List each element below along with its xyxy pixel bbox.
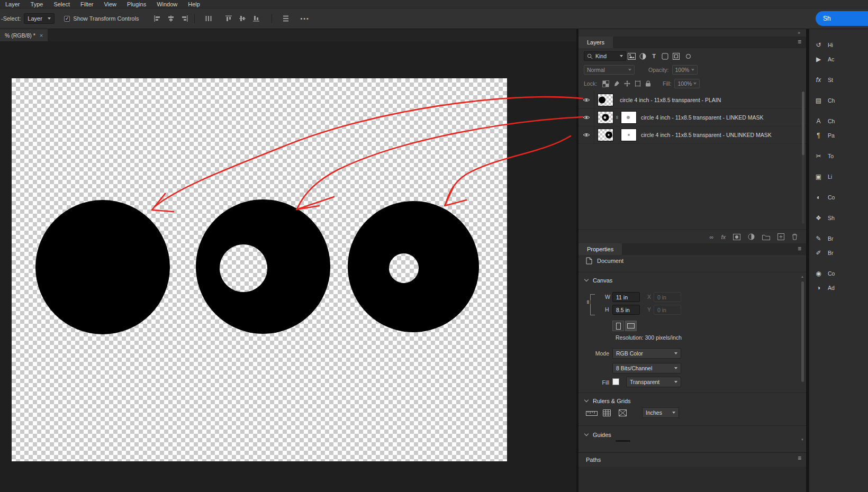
layer-row-plain[interactable]: circle 4 inch - 11x8.5 transparent - PLA… <box>578 92 806 109</box>
guides-section-header[interactable]: Guides <box>585 432 611 438</box>
align-left-icon[interactable] <box>152 14 162 23</box>
show-transform-checkbox[interactable]: ✓ <box>64 16 70 22</box>
menu-window[interactable]: Window <box>151 1 183 7</box>
layer-thumbnail[interactable] <box>598 111 613 124</box>
new-layer-icon[interactable] <box>777 233 784 240</box>
rail-adjustments[interactable]: ◑Ad <box>809 280 868 295</box>
menu-type[interactable]: Type <box>25 1 49 7</box>
pixel-grid-toggle-icon[interactable] <box>619 409 627 416</box>
fill-color-swatch[interactable] <box>612 378 619 385</box>
height-field[interactable]: 8.5 in <box>612 305 640 315</box>
auto-select-dropdown[interactable]: Layer <box>24 13 55 24</box>
scroll-down-icon[interactable]: ▼ <box>801 438 804 441</box>
rail-actions[interactable]: ▶Ac <box>809 52 868 66</box>
fill-dropdown[interactable]: 100% <box>674 79 700 88</box>
y-field[interactable]: 0 in <box>654 305 681 315</box>
align-middle-vertical-icon[interactable] <box>238 14 247 23</box>
orientation-portrait-button[interactable] <box>612 321 624 331</box>
layers-scrollbar-thumb[interactable] <box>802 92 804 155</box>
new-adjustment-layer-icon[interactable] <box>748 233 755 240</box>
wh-link-chain-icon[interactable]: ∞ <box>585 300 591 304</box>
rail-libraries[interactable]: ▣Li <box>809 169 868 184</box>
tab-layers[interactable]: Layers <box>578 37 613 48</box>
distribute-horizontal-icon[interactable] <box>204 14 213 23</box>
filter-shape-layers-icon[interactable] <box>659 51 671 61</box>
rail-character[interactable]: ACh <box>809 114 868 128</box>
close-icon[interactable]: × <box>40 32 43 39</box>
layer-name[interactable]: circle 4 inch - 11x8.5 transparent - LIN… <box>641 114 763 121</box>
rail-shapes[interactable]: ❖Sh <box>809 211 868 225</box>
properties-scrollbar-thumb[interactable] <box>801 281 804 382</box>
align-right-icon[interactable] <box>180 14 189 23</box>
layer-mask-thumbnail[interactable] <box>621 111 637 124</box>
rail-color[interactable]: ◐Co <box>809 190 868 204</box>
rulers-toggle-icon[interactable] <box>586 409 598 416</box>
lock-pixels-icon[interactable] <box>613 80 620 87</box>
paths-panel-header[interactable]: Paths ≡ <box>578 453 806 467</box>
rail-brush-settings[interactable]: ✐Br <box>809 245 868 260</box>
rail-brushes[interactable]: ✎Br <box>809 231 868 245</box>
rail-tool-presets[interactable]: ✂To <box>809 149 868 163</box>
visibility-toggle[interactable] <box>578 126 594 144</box>
new-group-folder-icon[interactable] <box>762 234 770 240</box>
scroll-up-icon[interactable]: ▲ <box>801 275 804 278</box>
lock-all-icon[interactable] <box>645 80 651 87</box>
rail-channels[interactable]: ▤Ch <box>809 93 868 107</box>
filter-pixel-layers-icon[interactable] <box>626 51 637 61</box>
link-layers-icon[interactable]: ∞ <box>710 234 714 240</box>
align-bottom-icon[interactable] <box>251 14 261 23</box>
paths-panel-menu-icon[interactable]: ≡ <box>798 454 801 462</box>
layer-row-unlinked-mask[interactable]: circle 4 inch - 11x8.5 transparent - UNL… <box>578 126 806 144</box>
canvas-fill-dropdown[interactable]: Transparent <box>626 377 681 387</box>
document-tab[interactable]: % (RGB/8) * × <box>0 29 48 41</box>
layer-name[interactable]: circle 4 inch - 11x8.5 transparent - PLA… <box>620 97 721 103</box>
layers-panel-menu-icon[interactable]: ≡ <box>798 38 801 45</box>
rulers-grids-section-header[interactable]: Rulers & Grids <box>585 398 631 404</box>
align-top-icon[interactable] <box>224 14 233 23</box>
menu-help[interactable]: Help <box>183 1 205 7</box>
units-dropdown[interactable]: Inches <box>642 407 679 418</box>
more-options-button[interactable]: ••• <box>300 15 310 22</box>
filter-smart-objects-icon[interactable] <box>671 51 682 61</box>
layer-style-fx-icon[interactable]: fx <box>721 234 726 240</box>
canvas-section-header[interactable]: Canvas <box>585 277 612 284</box>
visibility-toggle[interactable] <box>578 109 594 126</box>
grid-toggle-icon[interactable] <box>603 409 611 416</box>
menu-plugins[interactable]: Plugins <box>122 1 151 7</box>
layer-mask-thumbnail[interactable] <box>621 129 637 141</box>
layer-thumbnail[interactable] <box>598 129 613 141</box>
rail-comments[interactable]: ◉Co <box>809 266 868 280</box>
menu-select[interactable]: Select <box>48 1 75 7</box>
tab-properties[interactable]: Properties <box>578 243 622 255</box>
rail-paragraph[interactable]: ¶Pa <box>809 128 868 142</box>
layer-filtering-toggle[interactable] <box>686 54 691 59</box>
lock-position-icon[interactable] <box>624 80 630 87</box>
menu-layer[interactable]: Layer <box>0 1 25 7</box>
bit-depth-dropdown[interactable]: 8 Bits/Channel <box>612 363 681 373</box>
x-field[interactable]: 0 in <box>654 292 681 302</box>
orientation-landscape-button[interactable] <box>625 321 637 331</box>
properties-panel-menu-icon[interactable]: ≡ <box>798 245 801 252</box>
kind-filter-dropdown[interactable]: Kind <box>584 51 626 61</box>
mask-link-icon[interactable]: ∞ <box>613 115 621 120</box>
color-mode-dropdown[interactable]: RGB Color <box>612 348 681 359</box>
filter-adjustment-layers-icon[interactable] <box>637 51 648 61</box>
delete-layer-trash-icon[interactable] <box>792 233 798 240</box>
filter-type-layers-icon[interactable]: T <box>648 51 659 61</box>
menu-filter[interactable]: Filter <box>75 1 98 7</box>
opacity-dropdown[interactable]: 100% <box>672 65 698 75</box>
distribute-vertical-icon[interactable] <box>281 14 291 23</box>
blend-mode-dropdown[interactable]: Normal <box>584 65 635 75</box>
layer-name[interactable]: circle 4 inch - 11x8.5 transparent - UNL… <box>641 132 772 138</box>
menu-view[interactable]: View <box>98 1 122 7</box>
add-layer-mask-icon[interactable] <box>733 234 740 240</box>
rail-history[interactable]: ↺Hi <box>809 38 868 52</box>
visibility-toggle[interactable] <box>578 92 594 109</box>
collapse-dock-icon[interactable]: » <box>798 30 801 35</box>
align-center-horizontal-icon[interactable] <box>166 14 176 23</box>
document-canvas[interactable] <box>12 78 507 461</box>
rail-styles[interactable]: fxSt <box>809 72 868 87</box>
layer-row-linked-mask[interactable]: ∞ circle 4 inch - 11x8.5 transparent - L… <box>578 109 806 126</box>
layer-thumbnail[interactable] <box>598 94 613 106</box>
width-field[interactable]: 11 in <box>612 292 640 302</box>
